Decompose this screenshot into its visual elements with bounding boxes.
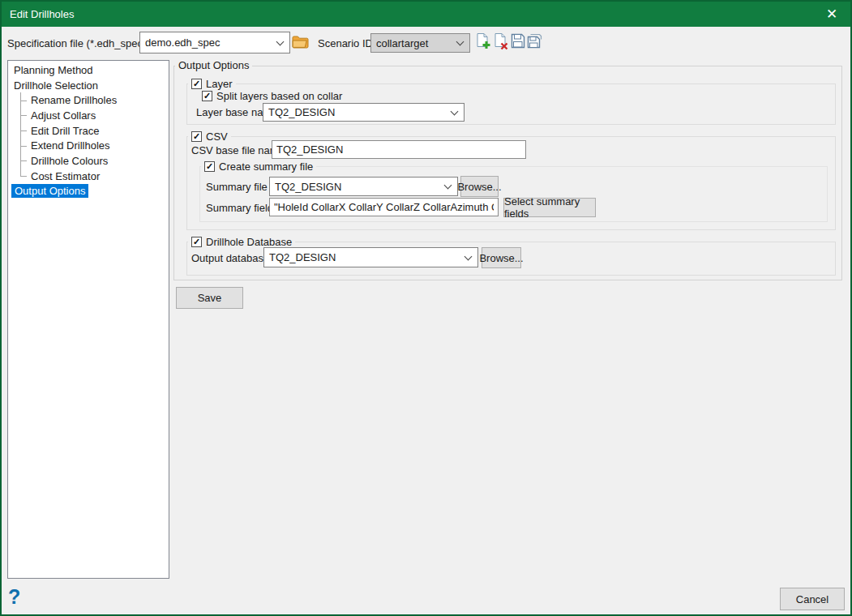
tree-branch-line — [20, 123, 29, 139]
csv-checkbox-row[interactable]: ✓ CSV — [188, 130, 231, 143]
summary-file-browse-button[interactable]: Browse... — [460, 176, 499, 197]
tree-branch-line — [20, 92, 29, 108]
spec-file-combobox[interactable]: demo.edh_spec — [139, 32, 290, 53]
layer-checkbox-row[interactable]: ✓ Layer — [188, 78, 236, 90]
split-layers-checkbox-label: Split layers based on collar — [216, 90, 342, 102]
split-layers-checkbox[interactable]: ✓ — [202, 91, 212, 101]
output-database-value: TQ2_DESIGN — [269, 251, 336, 263]
tree-item-adjust-collars[interactable]: Adjust Collars — [8, 108, 169, 123]
save-button[interactable]: Save — [176, 287, 243, 309]
tree-branch-line — [20, 153, 29, 169]
settings-tree: Planning Method Drillhole Selection Rena… — [7, 60, 169, 579]
summary-file-name-combobox[interactable]: TQ2_DESIGN — [269, 177, 458, 196]
summary-file-name-value: TQ2_DESIGN — [275, 181, 341, 193]
summary-fields-label: Summary fields — [206, 202, 279, 214]
drillhole-database-checkbox-row[interactable]: ✓ Drillhole Database — [188, 236, 295, 248]
tree-item-drillhole-colours[interactable]: Drillhole Colours — [8, 153, 169, 169]
save-icon[interactable] — [511, 33, 525, 51]
spec-file-label: Specification file (*.edh_spec) — [7, 37, 146, 49]
tree-branch-line — [20, 169, 29, 184]
save-as-icon[interactable] — [527, 33, 542, 51]
chevron-down-icon — [444, 182, 452, 190]
selected-tree-item: Output Options — [11, 184, 88, 198]
summary-fields-input[interactable] — [269, 198, 499, 216]
tree-item-output-options[interactable]: Output Options — [8, 184, 169, 199]
layer-base-name-value: TQ2_DESIGN — [268, 106, 335, 118]
create-summary-file-checkbox-row[interactable]: ✓ Create summary file — [201, 160, 316, 173]
title-bar[interactable]: Edit Drillholes — [2, 2, 850, 27]
create-summary-file-checkbox[interactable]: ✓ — [204, 161, 215, 172]
layer-checkbox-label: Layer — [206, 78, 233, 90]
tree-branch-line — [20, 138, 29, 153]
select-summary-fields-button[interactable]: Select summary fields — [503, 198, 596, 217]
open-folder-icon[interactable] — [292, 34, 310, 52]
output-database-label: Output database — [191, 252, 269, 264]
csv-base-file-name-label: CSV base file name — [191, 144, 285, 156]
help-icon[interactable]: ? — [8, 585, 20, 609]
layer-checkbox[interactable]: ✓ — [191, 79, 202, 89]
edit-drillholes-dialog: Edit Drillholes ✕ Specification file (*.… — [0, 0, 852, 616]
chevron-down-icon — [451, 107, 459, 115]
tree-item-rename-drillholes[interactable]: Rename Drillholes — [8, 92, 169, 108]
close-icon[interactable]: ✕ — [813, 2, 850, 27]
drillhole-database-checkbox-label: Drillhole Database — [206, 236, 292, 248]
tree-item-extend-drillholes[interactable]: Extend Drillholes — [8, 138, 169, 153]
tree-item-planning-method[interactable]: Planning Method — [8, 62, 169, 78]
layer-base-name-combobox[interactable]: TQ2_DESIGN — [263, 103, 465, 122]
scenario-id-value: collartarget — [376, 37, 428, 49]
csv-checkbox-label: CSV — [206, 130, 228, 143]
output-options-group-title: Output Options — [175, 59, 252, 71]
scenario-id-combobox[interactable]: collartarget — [370, 33, 470, 53]
output-database-browse-button[interactable]: Browse... — [482, 247, 521, 268]
create-summary-file-checkbox-label: Create summary file — [219, 160, 313, 173]
tree-item-drillhole-selection[interactable]: Drillhole Selection — [8, 78, 169, 93]
scenario-id-label: Scenario ID — [318, 37, 373, 49]
output-database-combobox[interactable]: TQ2_DESIGN — [263, 247, 478, 267]
tree-item-edit-drill-trace[interactable]: Edit Drill Trace — [8, 123, 169, 139]
chevron-down-icon — [276, 37, 285, 45]
tree-branch-line — [20, 108, 29, 123]
csv-base-file-name-input[interactable] — [272, 140, 526, 159]
chevron-down-icon — [465, 252, 473, 260]
csv-checkbox[interactable]: ✓ — [191, 131, 202, 142]
spec-file-value: demo.edh_spec — [145, 36, 220, 49]
chevron-down-icon — [456, 38, 465, 46]
drillhole-database-checkbox[interactable]: ✓ — [191, 237, 202, 247]
split-layers-checkbox-row[interactable]: ✓ Split layers based on collar — [199, 90, 345, 102]
dialog-title: Edit Drillholes — [10, 8, 74, 20]
delete-scenario-icon[interactable] — [493, 32, 508, 53]
tree-item-cost-estimator[interactable]: Cost Estimator — [8, 169, 169, 184]
cancel-button[interactable]: Cancel — [780, 588, 845, 610]
add-scenario-icon[interactable] — [475, 32, 490, 53]
